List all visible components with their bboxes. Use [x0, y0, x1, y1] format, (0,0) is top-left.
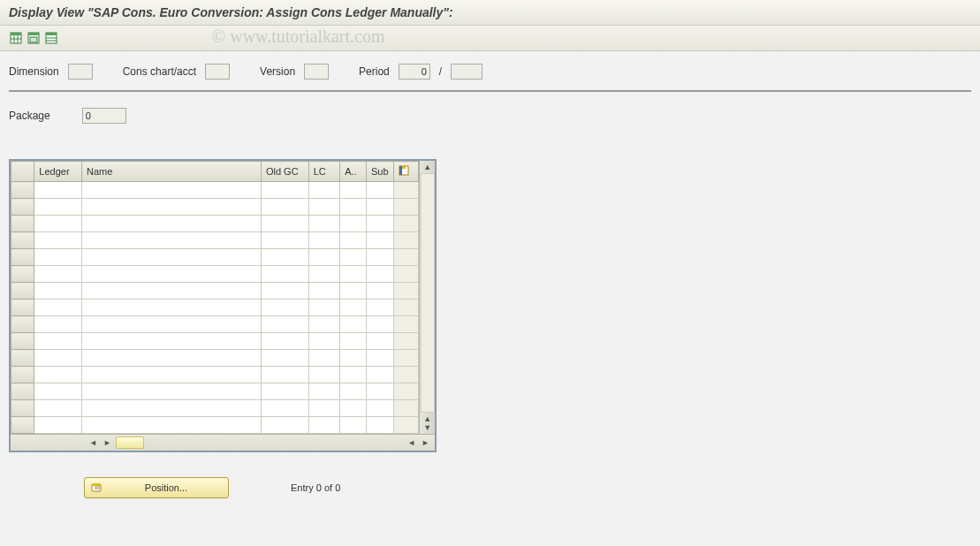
table-cell[interactable] [366, 216, 393, 232]
version-field[interactable] [304, 64, 329, 80]
table-cell[interactable] [308, 249, 340, 266]
table-cell[interactable] [81, 216, 261, 232]
table-cell[interactable] [261, 316, 308, 333]
table-row[interactable] [11, 316, 419, 333]
table-cell[interactable] [308, 232, 340, 249]
scroll-down-icon-2[interactable]: ▼ [423, 423, 431, 432]
table-cell[interactable] [261, 182, 308, 199]
table-cell[interactable] [261, 232, 308, 249]
table-row[interactable] [11, 300, 419, 316]
period-field[interactable]: 0 [399, 64, 430, 80]
horizontal-scrollbar[interactable]: ◄ ► ◄ ► [11, 434, 435, 451]
table-cell[interactable] [34, 300, 82, 316]
table-cell[interactable] [34, 400, 82, 417]
table-cell[interactable] [34, 249, 82, 266]
col-lc[interactable]: LC [308, 162, 340, 182]
table-cell[interactable] [340, 199, 367, 216]
row-selector[interactable] [11, 367, 34, 383]
table-cell[interactable] [340, 316, 367, 333]
table-cell[interactable] [366, 300, 393, 316]
vertical-scrollbar[interactable]: ▲ ▲ ▼ [419, 161, 435, 434]
table-row[interactable] [11, 199, 419, 216]
table-row[interactable] [11, 232, 419, 249]
table-cell[interactable] [340, 216, 367, 232]
table-cell[interactable] [308, 300, 340, 316]
table-cell[interactable] [308, 400, 340, 417]
table-cell[interactable] [34, 333, 82, 350]
table-row[interactable] [11, 367, 419, 383]
table-cell[interactable] [81, 232, 261, 249]
ledger-table[interactable]: Ledger Name Old GC LC A.. Sub [11, 161, 419, 434]
row-selector[interactable] [11, 300, 34, 316]
position-button[interactable]: Position... [84, 477, 229, 498]
table-row[interactable] [11, 383, 419, 400]
table-cell[interactable] [81, 300, 261, 316]
table-configure-icon[interactable] [393, 162, 419, 182]
table-cell[interactable] [308, 316, 340, 333]
toolbar-btn-deselect-all[interactable] [44, 31, 58, 45]
row-selector[interactable] [11, 199, 34, 216]
table-cell[interactable] [366, 333, 393, 350]
table-cell[interactable] [261, 350, 308, 367]
row-selector[interactable] [11, 333, 34, 350]
table-row[interactable] [11, 417, 419, 434]
table-cell[interactable] [34, 216, 82, 232]
table-cell[interactable] [261, 249, 308, 266]
table-cell[interactable] [81, 316, 261, 333]
table-cell[interactable] [308, 283, 340, 300]
table-cell[interactable] [308, 367, 340, 383]
table-cell[interactable] [366, 417, 393, 434]
table-cell[interactable] [366, 383, 393, 400]
scroll-down-icon[interactable]: ▲ [423, 414, 431, 423]
table-row[interactable] [11, 266, 419, 283]
table-cell[interactable] [261, 266, 308, 283]
table-cell[interactable] [308, 333, 340, 350]
table-cell[interactable] [81, 249, 261, 266]
table-cell[interactable] [34, 383, 82, 400]
table-cell[interactable] [308, 182, 340, 199]
table-row[interactable] [11, 216, 419, 232]
table-cell[interactable] [81, 350, 261, 367]
table-cell[interactable] [366, 182, 393, 199]
table-cell[interactable] [340, 266, 367, 283]
table-cell[interactable] [308, 216, 340, 232]
table-row[interactable] [11, 400, 419, 417]
row-selector[interactable] [11, 383, 34, 400]
dimension-field[interactable] [68, 64, 93, 80]
table-cell[interactable] [261, 333, 308, 350]
table-cell[interactable] [34, 232, 82, 249]
cons-chart-field[interactable] [205, 64, 230, 80]
table-cell[interactable] [308, 199, 340, 216]
table-cell[interactable] [308, 383, 340, 400]
scroll-left-icon[interactable]: ◄ [87, 438, 99, 447]
table-cell[interactable] [34, 316, 82, 333]
select-all-corner[interactable] [11, 162, 34, 182]
table-row[interactable] [11, 333, 419, 350]
col-a[interactable]: A.. [340, 162, 367, 182]
table-row[interactable] [11, 249, 419, 266]
table-cell[interactable] [261, 417, 308, 434]
table-cell[interactable] [340, 417, 367, 434]
row-selector[interactable] [11, 400, 34, 417]
scroll-thumb-horizontal[interactable] [116, 436, 144, 449]
table-cell[interactable] [366, 232, 393, 249]
period-year-field[interactable] [451, 64, 482, 80]
row-selector[interactable] [11, 316, 34, 333]
table-cell[interactable] [34, 266, 82, 283]
table-cell[interactable] [261, 367, 308, 383]
table-cell[interactable] [81, 333, 261, 350]
table-cell[interactable] [261, 300, 308, 316]
table-cell[interactable] [81, 417, 261, 434]
package-field[interactable]: 0 [82, 108, 126, 124]
table-cell[interactable] [261, 216, 308, 232]
row-selector[interactable] [11, 216, 34, 232]
row-selector[interactable] [11, 266, 34, 283]
toolbar-btn-select-all[interactable] [27, 31, 41, 45]
table-cell[interactable] [366, 249, 393, 266]
col-sub[interactable]: Sub [366, 162, 393, 182]
table-cell[interactable] [308, 350, 340, 367]
table-cell[interactable] [366, 199, 393, 216]
table-cell[interactable] [340, 400, 367, 417]
table-cell[interactable] [340, 283, 367, 300]
table-cell[interactable] [366, 316, 393, 333]
